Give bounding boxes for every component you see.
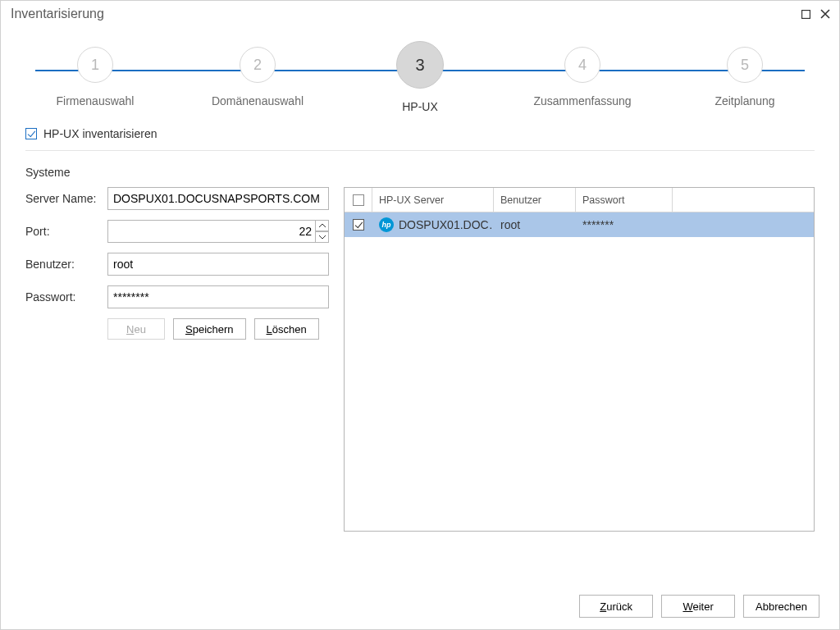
section-title-systeme: Systeme bbox=[25, 166, 815, 179]
systems-table: HP-UX Server Benutzer Passwort hpDOSPUX0… bbox=[344, 187, 815, 532]
inventory-checkbox-row: HP-UX inventarisieren bbox=[25, 127, 815, 151]
inventory-checkbox[interactable] bbox=[25, 128, 37, 139]
user-input[interactable] bbox=[107, 253, 329, 276]
step-label: HP-UX bbox=[402, 100, 438, 113]
th-user[interactable]: Benutzer bbox=[494, 188, 576, 212]
table-row[interactable]: hpDOSPUX01.DOC…root******* bbox=[345, 212, 814, 237]
svg-rect-0 bbox=[801, 10, 810, 18]
next-button[interactable]: Weiter bbox=[661, 595, 735, 618]
port-spinner-up[interactable] bbox=[315, 221, 328, 231]
save-button[interactable]: Speichern bbox=[173, 318, 246, 340]
password-label: Passwort: bbox=[25, 290, 107, 304]
wizard-stepper: 1Firmenauswahl2Domänenauswahl3HP-UX4Zusa… bbox=[25, 47, 815, 112]
step-1[interactable]: 1Firmenauswahl bbox=[25, 47, 165, 113]
back-button[interactable]: Zurück bbox=[579, 595, 653, 618]
step-label: Zeitplanung bbox=[714, 94, 774, 107]
table-body: hpDOSPUX01.DOC…root******* bbox=[345, 212, 814, 531]
step-label: Domänenauswahl bbox=[212, 94, 304, 107]
step-circle: 5 bbox=[727, 47, 763, 83]
server-name-input[interactable] bbox=[107, 187, 329, 210]
inventory-checkbox-label: HP-UX inventarisieren bbox=[43, 127, 158, 140]
titlebar: Inventarisierung bbox=[1, 1, 839, 27]
maximize-icon[interactable] bbox=[798, 7, 813, 21]
wizard-footer: Zurück Weiter Abbrechen bbox=[579, 595, 819, 618]
port-spinner bbox=[315, 221, 328, 242]
step-3[interactable]: 3HP-UX bbox=[350, 47, 490, 113]
row-checkbox[interactable] bbox=[353, 219, 364, 231]
password-input[interactable] bbox=[107, 285, 329, 308]
step-circle: 1 bbox=[77, 47, 113, 83]
step-5[interactable]: 5Zeitplanung bbox=[675, 47, 815, 113]
th-password[interactable]: Passwort bbox=[576, 188, 673, 212]
hp-icon: hp bbox=[379, 217, 394, 232]
form-column: Server Name: Port: Benutzer: bbox=[25, 187, 329, 532]
user-label: Benutzer: bbox=[25, 258, 107, 271]
step-label: Zusammenfassung bbox=[533, 94, 631, 107]
cancel-button[interactable]: Abbrechen bbox=[743, 595, 819, 618]
port-input[interactable] bbox=[107, 220, 329, 243]
step-2[interactable]: 2Domänenauswahl bbox=[188, 47, 327, 113]
th-server[interactable]: HP-UX Server bbox=[372, 188, 494, 212]
step-circle: 4 bbox=[564, 47, 600, 83]
step-4[interactable]: 4Zusammenfassung bbox=[513, 47, 652, 113]
table-header: HP-UX Server Benutzer Passwort bbox=[345, 188, 814, 212]
port-spinner-down[interactable] bbox=[315, 231, 328, 242]
server-name-label: Server Name: bbox=[25, 192, 107, 205]
row-user: root bbox=[494, 218, 576, 231]
step-label: Firmenauswahl bbox=[57, 94, 135, 107]
port-label: Port: bbox=[25, 225, 107, 238]
titlebar-controls bbox=[798, 7, 833, 21]
window-title: Inventarisierung bbox=[11, 7, 104, 21]
new-button: Neu bbox=[107, 318, 165, 340]
row-server: DOSPUX01.DOC… bbox=[399, 218, 494, 231]
close-icon[interactable] bbox=[818, 7, 833, 21]
step-circle: 3 bbox=[396, 41, 444, 89]
wizard-window: Inventarisierung 1Firmenauswahl2Domänena… bbox=[0, 0, 840, 630]
step-circle: 2 bbox=[240, 47, 276, 83]
delete-button[interactable]: Löschen bbox=[254, 318, 319, 340]
row-password: ******* bbox=[576, 218, 673, 231]
th-spacer bbox=[673, 188, 814, 212]
table-header-checkbox[interactable] bbox=[353, 194, 364, 206]
